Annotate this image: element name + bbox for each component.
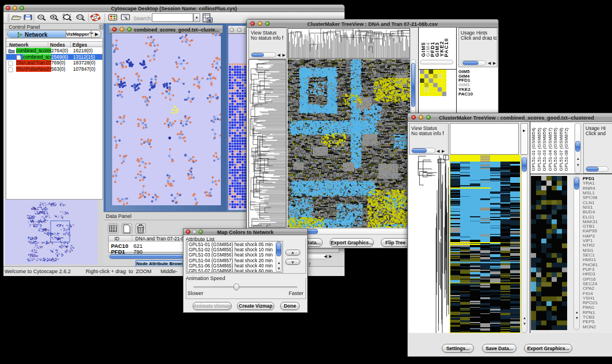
svg-text:B: B xyxy=(208,18,211,22)
svg-text:1:1: 1:1 xyxy=(78,16,82,18)
